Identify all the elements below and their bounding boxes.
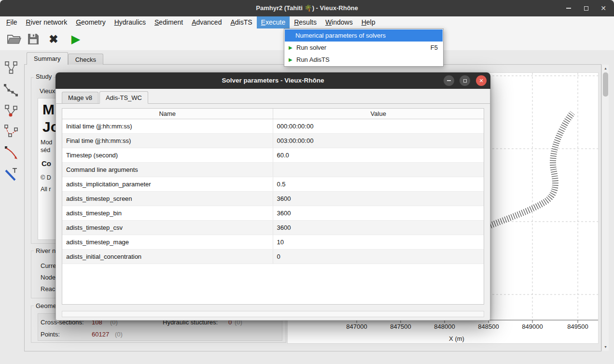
table-row[interactable]: adists_initial_concentration 0 bbox=[62, 250, 484, 264]
cross-section-tool-button[interactable] bbox=[3, 81, 19, 98]
close-icon: ✕ bbox=[600, 5, 606, 12]
open-folder-icon bbox=[7, 33, 21, 45]
param-name: Final time (jj:hh:mm:ss) bbox=[62, 134, 273, 148]
study-heading-line1: M bbox=[42, 101, 55, 118]
param-name: adists_timestep_mage bbox=[62, 235, 273, 249]
dialog-maximize-button[interactable] bbox=[460, 75, 470, 86]
close-button[interactable]: ✕ bbox=[598, 2, 609, 14]
scrollbar-thumb[interactable] bbox=[603, 72, 608, 97]
menu-results[interactable]: Results bbox=[290, 16, 321, 28]
parameters-table: Name Value Initial time (jj:hh:mm:ss) 00… bbox=[62, 108, 484, 305]
param-name: adists_implicitation_parameter bbox=[62, 177, 273, 191]
param-name: adists_timestep_bin bbox=[62, 206, 273, 220]
menu-advanced[interactable]: Advanced bbox=[187, 16, 226, 28]
table-row[interactable]: adists_timestep_csv 3600 bbox=[62, 221, 484, 235]
table-row[interactable]: adists_timestep_bin 3600 bbox=[62, 206, 484, 221]
play-icon: ▶ bbox=[289, 57, 296, 62]
menu-geometry[interactable]: Geometry bbox=[71, 16, 110, 28]
menu-item-run-solver[interactable]: ▶ Run solver F5 bbox=[285, 42, 443, 54]
tab-adis-ts-wc[interactable]: Adis-TS_WC bbox=[99, 91, 148, 104]
river-network-tool-button[interactable] bbox=[3, 59, 19, 76]
table-row[interactable]: adists_timestep_mage 10 bbox=[62, 235, 484, 250]
dialog-title: Solver parameters - Vieux-Rhône bbox=[56, 72, 490, 89]
param-value[interactable]: 0.5 bbox=[273, 177, 484, 191]
open-button[interactable] bbox=[5, 30, 23, 48]
param-value[interactable]: 3600 bbox=[273, 221, 484, 235]
menu-execute[interactable]: Execute bbox=[257, 16, 290, 28]
maximize-button[interactable] bbox=[580, 2, 592, 14]
table-row[interactable]: Timestep (second) 60.0 bbox=[62, 148, 484, 163]
reach-tool-button[interactable] bbox=[3, 123, 19, 140]
x-tick-label: 849500 bbox=[563, 323, 592, 330]
table-row[interactable]: adists_timestep_screen 3600 bbox=[62, 192, 484, 206]
dialog-footer-strip bbox=[62, 311, 484, 317]
study-group-label: Study bbox=[34, 73, 54, 80]
vertical-scrollbar[interactable]: ▲ ▼ bbox=[601, 65, 609, 351]
x-tick-label: 847000 bbox=[342, 323, 371, 330]
tab-summary[interactable]: Summary bbox=[27, 52, 68, 65]
menu-river-network[interactable]: River network bbox=[22, 16, 72, 28]
param-value[interactable]: 3600 bbox=[273, 206, 484, 220]
dialog-close-button[interactable]: ✕ bbox=[476, 75, 487, 86]
table-row[interactable]: Final time (jj:hh:mm:ss) 003:00:00:00 bbox=[62, 134, 484, 148]
column-header-value: Value bbox=[273, 109, 484, 119]
minimize-icon bbox=[447, 80, 451, 81]
param-name: adists_timestep_csv bbox=[62, 221, 273, 235]
execute-menu: Numerical parameters of solvers ▶ Run so… bbox=[284, 28, 444, 67]
menu-windows[interactable]: Windows bbox=[321, 16, 357, 28]
study-desc-line2: séd bbox=[41, 147, 50, 154]
param-name: adists_initial_concentration bbox=[62, 250, 273, 264]
dialog-titlebar[interactable]: Solver parameters - Vieux-Rhône ✕ bbox=[56, 72, 490, 89]
window-controls: ✕ bbox=[563, 2, 609, 14]
study-rights-text: All r bbox=[41, 186, 51, 193]
minimize-icon bbox=[566, 8, 571, 9]
points-extra: (0) bbox=[115, 331, 123, 338]
param-value[interactable]: 3600 bbox=[273, 192, 484, 206]
param-value[interactable]: 000:00:00:00 bbox=[273, 119, 484, 133]
study-contributors-heading: Co bbox=[42, 159, 51, 168]
hydrograph-icon bbox=[4, 145, 18, 160]
table-row[interactable]: Command line arguments bbox=[62, 163, 484, 177]
window-title: Pamhyr2 (Tahiti 🌴) - Vieux-Rhône bbox=[0, 0, 614, 16]
hydrograph-tool-button[interactable] bbox=[3, 144, 19, 161]
dialog-minimize-button[interactable] bbox=[444, 75, 454, 86]
menubar: File River network Geometry Hydraulics S… bbox=[0, 16, 614, 28]
save-floppy-icon bbox=[27, 32, 40, 46]
minimize-button[interactable] bbox=[563, 2, 574, 14]
menu-sediment[interactable]: Sediment bbox=[150, 16, 187, 28]
river-nodes-label: Node bbox=[41, 274, 56, 281]
x-axis-label: X (m) bbox=[435, 335, 478, 342]
x-tick-label: 847500 bbox=[386, 323, 415, 330]
menu-file[interactable]: File bbox=[2, 16, 22, 28]
menu-hydraulics[interactable]: Hydraulics bbox=[110, 16, 150, 28]
param-name: Initial time (jj:hh:mm:ss) bbox=[62, 119, 273, 133]
param-value[interactable] bbox=[273, 163, 484, 177]
maximize-icon bbox=[463, 79, 467, 83]
param-value[interactable]: 10 bbox=[273, 235, 484, 249]
tab-checks[interactable]: Checks bbox=[68, 54, 103, 65]
window-titlebar[interactable]: Pamhyr2 (Tahiti 🌴) - Vieux-Rhône ✕ bbox=[0, 0, 614, 16]
delete-icon: ✖ bbox=[49, 33, 58, 46]
param-value[interactable]: 60.0 bbox=[273, 148, 484, 162]
param-value[interactable]: 003:00:00:00 bbox=[273, 134, 484, 148]
scroll-down-icon[interactable]: ▼ bbox=[602, 344, 609, 350]
menu-adists[interactable]: AdisTS bbox=[226, 16, 256, 28]
scroll-up-icon[interactable]: ▲ bbox=[602, 65, 609, 72]
nodes-tool-button[interactable] bbox=[3, 102, 19, 120]
param-name: Command line arguments bbox=[62, 163, 273, 177]
save-button[interactable] bbox=[24, 30, 42, 48]
menu-item-run-adists[interactable]: ▶ Run AdisTS bbox=[285, 54, 443, 66]
menu-item-numerical-parameters[interactable]: Numerical parameters of solvers bbox=[285, 29, 443, 42]
maximize-icon bbox=[584, 6, 588, 11]
dialog-tabbar: Mage v8 Adis-TS_WC bbox=[56, 90, 490, 104]
x-tick-label: 848500 bbox=[474, 323, 503, 330]
river-network-icon bbox=[4, 60, 18, 75]
table-row[interactable]: adists_implicitation_parameter 0.5 bbox=[62, 177, 484, 192]
boundary-condition-tool-button[interactable] bbox=[3, 165, 19, 182]
delete-button[interactable]: ✖ bbox=[44, 30, 63, 48]
param-value[interactable]: 0 bbox=[273, 250, 484, 264]
menu-help[interactable]: Help bbox=[357, 16, 380, 28]
table-row[interactable]: Initial time (jj:hh:mm:ss) 000:00:00:00 bbox=[62, 119, 484, 134]
run-button[interactable]: ▶ bbox=[67, 30, 85, 48]
tab-mage-v8[interactable]: Mage v8 bbox=[62, 92, 98, 103]
